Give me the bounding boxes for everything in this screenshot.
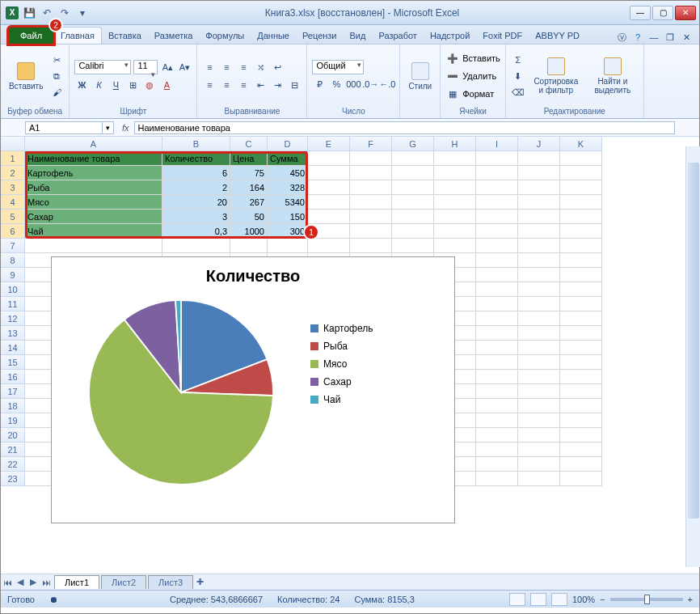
cell[interactable] — [518, 443, 560, 457]
close-button[interactable]: ✕ — [675, 6, 696, 20]
decrease-indent-icon[interactable]: ⇤ — [253, 78, 268, 92]
cell[interactable] — [560, 297, 602, 311]
cell[interactable] — [560, 399, 602, 413]
cell[interactable] — [392, 180, 434, 195]
clear-icon[interactable]: ⌫ — [511, 85, 525, 100]
align-top-icon[interactable]: ≡ — [202, 60, 217, 74]
delete-label[interactable]: Удалить — [462, 71, 496, 81]
row-header[interactable]: 1 — [1, 151, 25, 166]
new-sheet-icon[interactable]: ✚ — [193, 576, 206, 589]
cell[interactable] — [476, 180, 518, 195]
decrease-decimal-icon[interactable]: ←.0 — [380, 77, 394, 91]
row-header[interactable]: 4 — [1, 195, 25, 210]
cell[interactable] — [518, 370, 560, 384]
align-center-icon[interactable]: ≡ — [219, 78, 234, 92]
currency-icon[interactable]: ₽ — [312, 77, 327, 91]
styles-button[interactable]: Стили — [405, 61, 435, 92]
cell[interactable] — [308, 180, 350, 195]
cell[interactable] — [518, 457, 560, 472]
autosum-icon[interactable]: Σ — [511, 53, 525, 67]
row-header[interactable]: 20 — [1, 428, 25, 443]
insert-label[interactable]: Вставить — [462, 53, 500, 63]
cell[interactable] — [560, 268, 602, 282]
cell[interactable]: 3 — [162, 210, 230, 224]
cell[interactable] — [476, 311, 518, 326]
tab-developer[interactable]: Разработ — [372, 28, 423, 44]
name-box-dropdown-icon[interactable]: ▾ — [102, 122, 113, 133]
qat-more-icon[interactable]: ▾ — [75, 6, 90, 20]
cell[interactable]: 1000 — [230, 224, 268, 239]
tab-formulas[interactable]: Формулы — [199, 28, 251, 44]
cell[interactable] — [560, 326, 602, 341]
column-header[interactable]: C — [230, 137, 268, 151]
row-header[interactable]: 10 — [1, 282, 25, 297]
worksheet[interactable]: ABCDEFGHIJK1Наименование товараКоличеств… — [1, 137, 699, 574]
border-icon[interactable]: ⊞ — [125, 78, 140, 92]
cell[interactable] — [518, 341, 560, 355]
cell[interactable] — [476, 355, 518, 370]
fx-icon[interactable]: fx — [117, 123, 134, 133]
column-header[interactable]: K — [560, 137, 602, 151]
cell[interactable]: 6 — [162, 166, 230, 180]
tab-file[interactable]: Файл 2 — [9, 28, 53, 44]
cell[interactable] — [518, 253, 560, 268]
sheet-tab-3[interactable]: Лист3 — [148, 575, 193, 589]
row-header[interactable]: 13 — [1, 326, 25, 341]
cell[interactable]: 267 — [230, 195, 268, 210]
cell[interactable] — [518, 282, 560, 297]
cell[interactable] — [518, 472, 560, 486]
cell[interactable]: 150 — [268, 210, 308, 224]
paste-button[interactable]: Вставить — [6, 61, 46, 92]
select-all-corner[interactable] — [1, 137, 25, 151]
cell[interactable] — [560, 472, 602, 486]
delete-cells-icon[interactable]: ➖ — [445, 69, 460, 83]
cell[interactable] — [560, 311, 602, 326]
macro-record-icon[interactable]: ⏺ — [49, 595, 58, 604]
cell[interactable] — [518, 166, 560, 180]
cell[interactable] — [518, 311, 560, 326]
cell[interactable] — [518, 268, 560, 282]
copy-icon[interactable]: ⧉ — [49, 69, 64, 83]
cell[interactable] — [476, 210, 518, 224]
cell[interactable]: 0,3 — [162, 224, 230, 239]
font-size-combo[interactable]: 11 — [133, 60, 158, 74]
row-header[interactable]: 16 — [1, 370, 25, 384]
zoom-out-icon[interactable]: − — [600, 595, 605, 604]
cell[interactable] — [308, 166, 350, 180]
cell[interactable]: Сумма — [268, 151, 308, 166]
cell[interactable] — [434, 210, 476, 224]
undo-icon[interactable]: ↶ — [40, 6, 54, 20]
cell[interactable] — [518, 428, 560, 443]
cell[interactable] — [560, 151, 602, 166]
cell[interactable] — [560, 195, 602, 210]
cell[interactable]: 164 — [230, 180, 268, 195]
cell[interactable] — [392, 166, 434, 180]
sheet-nav-first-icon[interactable]: ⏮ — [1, 576, 14, 589]
row-header[interactable]: 6 — [1, 224, 25, 239]
cell[interactable]: 75 — [230, 166, 268, 180]
cell[interactable]: Чай — [25, 224, 162, 239]
align-right-icon[interactable]: ≡ — [236, 78, 251, 92]
cell[interactable] — [476, 370, 518, 384]
column-header[interactable]: A — [25, 137, 162, 151]
cell[interactable]: Количество — [162, 151, 230, 166]
cell[interactable] — [350, 195, 392, 210]
cell[interactable] — [476, 166, 518, 180]
bold-icon[interactable]: Ж — [74, 78, 89, 92]
cell[interactable] — [560, 253, 602, 268]
cell[interactable] — [518, 239, 560, 253]
vertical-scrollbar[interactable] — [685, 146, 700, 567]
cell[interactable]: Мясо — [25, 195, 162, 210]
orientation-icon[interactable]: ⤭ — [253, 60, 268, 74]
sheet-nav-last-icon[interactable]: ⏭ — [40, 576, 53, 589]
cell[interactable] — [476, 341, 518, 355]
font-color-icon[interactable]: A — [159, 78, 174, 92]
cell[interactable] — [560, 210, 602, 224]
zoom-level[interactable]: 100% — [572, 595, 595, 604]
name-box[interactable]: A1▾ — [25, 121, 114, 134]
cell[interactable] — [350, 166, 392, 180]
cell[interactable] — [476, 326, 518, 341]
cell[interactable] — [350, 210, 392, 224]
help-icon[interactable]: ? — [631, 31, 644, 44]
cell[interactable] — [476, 239, 518, 253]
